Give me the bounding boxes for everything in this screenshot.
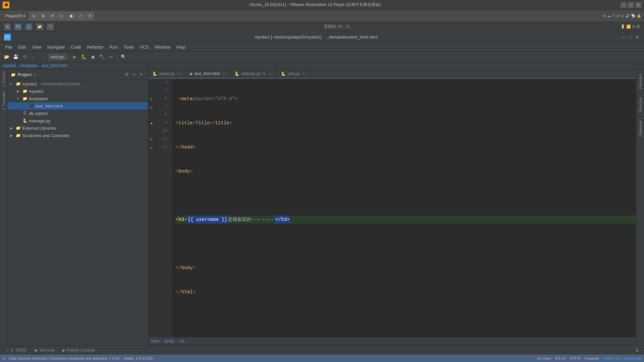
- python-console-tab[interactable]: ▶ Python Console: [59, 347, 99, 354]
- tab-urls-py-close[interactable]: ✕: [302, 72, 306, 76]
- code-editor[interactable]: ▶ ▶ ● ▶ ▶ 4 5 6: [148, 79, 636, 337]
- breadcrumb-templates[interactable]: templates: [20, 63, 38, 68]
- tree-scratches[interactable]: ▶ 📁 Scratches and Consoles: [7, 132, 148, 139]
- event-log[interactable]: Event Log: [625, 356, 641, 360]
- menu-edit[interactable]: Edit: [16, 44, 29, 50]
- panel-gear-btn[interactable]: ⚙: [123, 71, 130, 78]
- tree-external-libs[interactable]: ▶ 📁 External Libraries: [7, 124, 148, 132]
- breadcrumb-file[interactable]: test_html.html: [42, 63, 67, 68]
- gutter-4: [148, 79, 155, 87]
- vm-btn3[interactable]: ▷: [57, 12, 66, 20]
- refresh-btn[interactable]: ⟳: [21, 53, 29, 61]
- vm-btn4[interactable]: ◼: [67, 12, 75, 20]
- tree-templates[interactable]: ▾ 📁 templates: [7, 95, 148, 102]
- search-btn[interactable]: 🔍: [119, 53, 127, 61]
- save-btn[interactable]: 💾: [12, 53, 20, 61]
- expand-bottom-btn[interactable]: ⊻: [633, 346, 641, 354]
- panel-close-btn[interactable]: ✕: [138, 71, 145, 78]
- stop-btn[interactable]: ◼: [89, 53, 97, 61]
- database-label[interactable]: Database: [637, 116, 644, 140]
- tree-root[interactable]: ▾ 📁 mysite1 ~/tedu/vip/day02/mysite1: [7, 80, 148, 87]
- files-icon[interactable]: 📁: [36, 23, 43, 30]
- python-console-label: Python Console: [67, 348, 95, 353]
- project-panel-header: 📁 Project ▾ ⚙ ≡ ✕: [7, 69, 148, 80]
- menu-view[interactable]: View: [29, 44, 44, 50]
- minimize-button[interactable]: ─: [621, 2, 627, 8]
- status-icon: ⚠: [3, 356, 6, 361]
- menu-refactor[interactable]: Refactor: [85, 44, 106, 50]
- vm-btn2[interactable]: ⟳: [48, 12, 57, 20]
- close-button[interactable]: ✕: [635, 2, 641, 8]
- tab-test-html-close[interactable]: ✕: [222, 72, 226, 76]
- project-panel-label[interactable]: 1: Project: [2, 69, 6, 89]
- tree-manage-py[interactable]: 🐍 manage.py: [7, 117, 148, 124]
- title-bar: ⊞ Ubuntu_18.04(1911) - VMware Workstatio…: [0, 0, 644, 10]
- gutter-12: ▶: [148, 143, 155, 151]
- menu-tools[interactable]: Tools: [121, 44, 137, 50]
- tree-test-html[interactable]: ⬛ test_html.html: [7, 102, 148, 110]
- db-label: db.sqlite3: [29, 111, 48, 116]
- run-btn[interactable]: ▶: [71, 53, 79, 61]
- settings-selector[interactable]: settings: [48, 54, 66, 60]
- open-folder-btn[interactable]: 📂: [3, 53, 11, 61]
- py-file-icon: 🐍: [22, 118, 28, 123]
- code-line-11: </body>: [176, 264, 636, 272]
- menu-code[interactable]: Code: [68, 44, 84, 50]
- tab-test-html[interactable]: ◈ test_html.html ✕: [185, 69, 230, 79]
- tabs-bar: 🐍 views.py ✕ ◈ test_html.html ✕ 🐍 settin…: [148, 69, 636, 79]
- back-btn[interactable]: ←: [30, 53, 38, 61]
- tab-settings-py[interactable]: 🐍 settings.py ✎ ✕: [230, 69, 277, 78]
- terminal-tab[interactable]: ▶ Terminal: [32, 347, 58, 354]
- tree-db-sqlite[interactable]: 🗄 db.sqlite3: [7, 110, 148, 117]
- root-path: ~/tedu/vip/day02/mysite1: [40, 82, 81, 86]
- window-controls: ─ □ ✕: [621, 2, 641, 8]
- build-btn[interactable]: 🔨: [98, 53, 106, 61]
- panel-actions: ⚙ ≡ ✕: [123, 71, 145, 78]
- breadcrumb-root[interactable]: mysite1: [3, 63, 16, 68]
- apps-icon[interactable]: ⊞: [4, 23, 11, 30]
- menu-help[interactable]: Help: [174, 44, 188, 50]
- code-content[interactable]: <meta charset="UTF-8"> <title>Title</tit…: [172, 79, 636, 337]
- bn-html[interactable]: html: [151, 339, 159, 344]
- menu-run[interactable]: Run: [107, 44, 120, 50]
- menu-file[interactable]: File: [3, 44, 15, 50]
- rerun-btn[interactable]: ↩: [107, 53, 115, 61]
- debug-btn[interactable]: 🐛: [80, 53, 88, 61]
- app-minimize[interactable]: ─: [621, 35, 627, 40]
- favorites-label[interactable]: Favorites: [637, 69, 644, 93]
- pause-btn[interactable]: ⏸: [29, 12, 38, 20]
- status-message[interactable]: Data Sources Detected: Connection proper…: [9, 356, 153, 361]
- panel-settings-btn[interactable]: ≡: [131, 71, 137, 78]
- todo-tab[interactable]: ✓ 6: TODO: [3, 347, 30, 354]
- pycharm-icon[interactable]: PC: [15, 23, 21, 30]
- maximize-button[interactable]: □: [628, 2, 634, 8]
- vm-btn1[interactable]: ⊞: [39, 12, 47, 20]
- tree-mysite1[interactable]: ▶ 📁 mysite1: [7, 87, 148, 95]
- menu-vcs[interactable]: VCS: [137, 44, 152, 50]
- mysite1-folder-icon: 📁: [22, 88, 28, 94]
- bn-h3[interactable]: h3: [179, 339, 184, 344]
- terminal-icon[interactable]: T: [47, 23, 54, 30]
- player-menu[interactable]: Player(P) ▾: [3, 12, 28, 20]
- breadcrumb: mysite1 › templates › test_html.html: [0, 62, 644, 69]
- bn-body[interactable]: body: [165, 339, 174, 344]
- tab-urls-py[interactable]: 🐍 urls.py ✕: [277, 69, 310, 78]
- menu-window[interactable]: Window: [152, 44, 173, 50]
- tab-settings-py-close[interactable]: ✕: [268, 72, 272, 76]
- root-folder-icon: 📁: [15, 81, 21, 86]
- vm-btn6[interactable]: ⟳: [86, 12, 94, 20]
- selected-h3-close: </h3>: [275, 216, 290, 224]
- python-version[interactable]: Python 3.6: [603, 356, 621, 360]
- forward-btn[interactable]: →: [39, 53, 47, 61]
- menu-navigate[interactable]: Navigate: [45, 44, 67, 50]
- code-line-8: [176, 191, 636, 199]
- browser-icon[interactable]: 🌐: [25, 23, 32, 30]
- tab-views-py-close[interactable]: ✕: [177, 72, 181, 76]
- vm-btn5[interactable]: ⤢: [76, 12, 85, 20]
- app-close[interactable]: ✕: [635, 35, 640, 40]
- favorites-panel-label[interactable]: 2: Favorites: [2, 89, 6, 112]
- structure-label[interactable]: Structure: [637, 93, 644, 116]
- tab-views-py[interactable]: 🐍 views.py ✕: [148, 69, 185, 78]
- app-maximize[interactable]: □: [628, 35, 633, 40]
- ext-libs-label: External Libraries: [22, 126, 56, 131]
